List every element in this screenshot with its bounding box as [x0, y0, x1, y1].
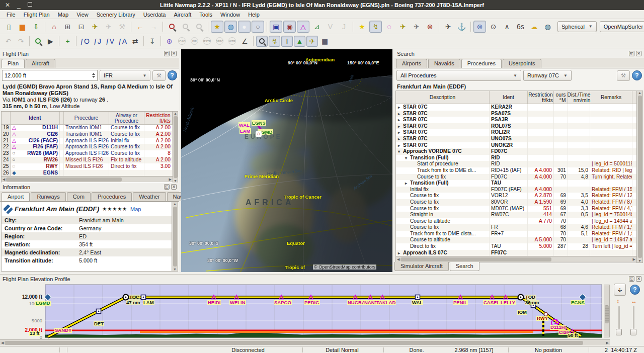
calc-route-jet-button[interactable]: ƒJ: [92, 36, 103, 47]
procedure-row[interactable]: ▾Transition (Full)RID: [396, 155, 636, 161]
menu-userdata[interactable]: Userdata: [140, 11, 170, 18]
column-header-restriction[interactable]: Restriction ft/kts: [528, 91, 554, 104]
center-selection-button[interactable]: ⊡: [75, 21, 88, 33]
map-forward-button[interactable]: →: [147, 21, 160, 33]
menu-help[interactable]: Help: [245, 11, 263, 18]
edit-plan-on-map-button[interactable]: ▶: [45, 36, 56, 47]
show-aircraft-track-button[interactable]: ✈: [410, 21, 423, 33]
help-icon[interactable]: ?: [632, 70, 642, 80]
procedure-row[interactable]: Course to fixMD07C (MAP)551693,3Related:…: [396, 206, 636, 212]
tree-collapsed-icon[interactable]: ▸: [398, 143, 403, 149]
help-icon[interactable]: ?: [168, 70, 177, 80]
flight-plan-row[interactable]: 21△CI26 (FACF)Approach ILS FI26Initial f…: [2, 138, 173, 144]
tab-weather[interactable]: Weather: [133, 192, 166, 201]
tab-procedures[interactable]: Procedures: [92, 192, 132, 201]
column-header-blank[interactable]: [2, 112, 11, 124]
show-vor-button[interactable]: ▣: [270, 21, 282, 33]
tree-collapsed-icon[interactable]: ▸: [405, 181, 410, 187]
redo-button[interactable]: ↷: [15, 36, 27, 47]
procedure-row[interactable]: Course to fixFD07CA 4.000704,8Turn right…: [396, 174, 636, 181]
menu-window[interactable]: Window: [217, 11, 244, 18]
add-flight-plan-position-button[interactable]: +: [62, 36, 73, 47]
procedure-row[interactable]: Course to fixFR684,6Related: FFM / 1,9 r: [396, 224, 636, 231]
center-flight-plan-button[interactable]: ⊞: [61, 21, 74, 33]
save-flight-plan-button[interactable]: ⇩: [30, 21, 42, 33]
expand-profile-button[interactable]: ↔↕: [614, 284, 626, 296]
close-window-icon[interactable]: ✕: [5, 2, 10, 8]
show-aircraft-button[interactable]: ✈: [396, 21, 409, 33]
airspace-icao-button[interactable]: ICAO: [176, 36, 188, 47]
clear-selection-icon[interactable]: ⚒: [617, 70, 630, 81]
procedure-row[interactable]: Track from fix to DME di...RID+15 (IAF)A…: [396, 167, 636, 174]
tree-expanded-icon[interactable]: ▾: [398, 149, 403, 155]
dock-table-button[interactable]: ▦: [319, 36, 331, 47]
airspace-wtr-button[interactable]: WTR: [226, 36, 238, 47]
flight-rules-select[interactable]: IFR ▼: [100, 70, 150, 81]
dock-search-button[interactable]: [256, 36, 268, 47]
show-minimum-altitude-button[interactable]: 6s: [514, 21, 527, 33]
column-header-ident[interactable]: Ident: [11, 112, 60, 124]
column-header-ours[interactable]: ours °M: [554, 91, 568, 104]
horizontal-zoom-handle[interactable]: [630, 329, 636, 335]
procedure-row[interactable]: ▸STAR 07CPSA3R: [396, 117, 636, 123]
calc-route-victor-button[interactable]: ƒV: [104, 36, 116, 47]
adjust-altitude-button[interactable]: ↧: [146, 36, 158, 47]
procedure-row[interactable]: Initial fixFD07C (FAF)A 4.000Related: FF…: [396, 187, 636, 193]
menu-map[interactable]: Map: [54, 11, 72, 18]
column-header-restriction[interactable]: Restriction ft/kts: [144, 112, 173, 124]
show-compass-rose-button[interactable]: ⊛: [424, 21, 436, 33]
center-aircraft-wind-button[interactable]: ✈: [102, 21, 115, 33]
procedure-row[interactable]: Straight inRW07C414670,5| leg_id = 75001…: [396, 212, 636, 218]
tree-collapsed-icon[interactable]: ▸: [398, 117, 403, 123]
show-weather-button[interactable]: ☁: [528, 21, 540, 33]
procedures-table-header[interactable]: DescriptionIdentRestriction ft/ktsours °…: [396, 91, 636, 104]
tab-procedures[interactable]: Procedures: [461, 59, 502, 68]
tree-collapsed-icon[interactable]: ▸: [398, 124, 403, 130]
show-victor-airways-button[interactable]: V: [324, 21, 337, 33]
procedure-row[interactable]: Course to altitudeA 77070| leg_id = 1494…: [396, 218, 636, 225]
procedure-row[interactable]: ▾Approach VORDME 07CFD07C: [396, 148, 636, 155]
show-flight-plan-button[interactable]: ↯: [369, 21, 382, 33]
show-grid-button[interactable]: ⊚: [473, 21, 486, 33]
zoom-document-button[interactable]: [193, 21, 205, 33]
procedure-row[interactable]: Direct to fixTAU5.00028728Turn left | le…: [396, 243, 636, 250]
projection-select[interactable]: Spherical▼: [557, 21, 597, 32]
vertical-scrollbar[interactable]: ▲▼: [173, 112, 178, 183]
procedure-row[interactable]: Track from fix to DME dista...FR+7705,1R…: [396, 231, 636, 237]
tab-airports[interactable]: Airports: [396, 59, 427, 68]
procedure-row[interactable]: ▸STAR 07CROLI2R: [396, 129, 636, 136]
vertical-scrollbar[interactable]: [604, 285, 610, 337]
horizontal-scrollbar[interactable]: ◀▶: [0, 339, 610, 345]
column-header-procedure[interactable]: Procedure: [64, 112, 109, 124]
menu-scenery-library[interactable]: Scenery Library: [93, 11, 139, 18]
show-empty-airports-button[interactable]: ●: [238, 21, 251, 33]
procedure-row[interactable]: ▸Transition (Full)TAU: [396, 180, 636, 187]
tab-com[interactable]: Com: [67, 192, 91, 201]
flight-plan-row[interactable]: 20△CI26Transition IOM1Course to fixA 2.0…: [2, 131, 173, 138]
undo-button[interactable]: ↶: [3, 36, 14, 47]
dock-profile-button[interactable]: ▲: [294, 36, 305, 47]
airspace-spec-button[interactable]: SPEC: [214, 36, 225, 47]
show-whole-world-button[interactable]: [32, 36, 44, 47]
close-panel-icon[interactable]: ✕: [171, 51, 177, 56]
flight-plan-row[interactable]: 24○RW26Missed ILS FI26Fix to altitudeA 2…: [2, 157, 173, 163]
cruise-altitude-input[interactable]: [5, 72, 88, 78]
show-airports-button[interactable]: ★: [211, 21, 223, 33]
tree-collapsed-icon[interactable]: ▸: [398, 105, 403, 111]
map-link[interactable]: Map: [130, 206, 141, 212]
clear-selection-icon[interactable]: ⚒: [152, 70, 165, 81]
menu-tools[interactable]: Tools: [196, 11, 216, 18]
close-panel-icon[interactable]: ✕: [636, 51, 641, 56]
procedure-filter-select[interactable]: All Procedures ▼: [396, 70, 521, 81]
column-header-airway-or[interactable]: Airway or Procedure: [109, 112, 144, 124]
show-soft-airports-button[interactable]: ◍: [224, 21, 237, 33]
show-ndb-button[interactable]: ◉: [283, 21, 296, 33]
new-flight-plan-button[interactable]: ▯: [3, 21, 15, 33]
show-waypoints-button[interactable]: △: [297, 21, 309, 33]
airspace-rstr-button[interactable]: RSTR: [201, 36, 213, 47]
maximize-window-icon[interactable]: [28, 2, 32, 7]
show-jet-airways-button[interactable]: J: [338, 21, 350, 33]
horizontal-scrollbar[interactable]: ◀▶: [396, 256, 636, 262]
column-header-ident[interactable]: Ident: [490, 91, 528, 104]
menu-view[interactable]: View: [73, 11, 92, 18]
